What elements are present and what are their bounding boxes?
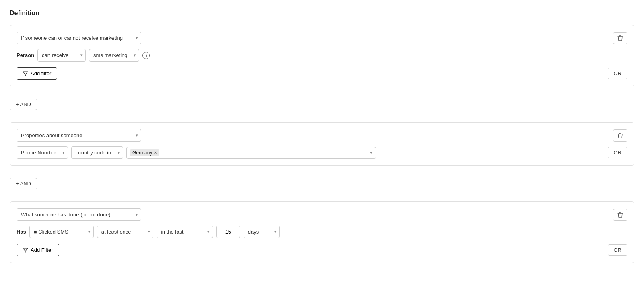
block3-type-wrapper: What someone has done (or not done) — [17, 208, 141, 221]
number-input[interactable] — [216, 226, 240, 238]
info-icon[interactable]: i — [142, 52, 150, 59]
trash-icon-3 — [617, 212, 623, 218]
receive-select[interactable]: can receive — [37, 49, 86, 62]
germany-tag: Germany × — [130, 149, 159, 156]
receive-wrapper: can receive — [37, 49, 86, 62]
property-select[interactable]: Phone Number — [17, 146, 68, 159]
trash-icon-2 — [617, 132, 623, 139]
frequency-wrapper: at least once — [97, 226, 153, 238]
connector-4 — [26, 193, 26, 201]
block3-add-filter-button[interactable]: Add Filter — [17, 244, 59, 256]
block3-or-button[interactable]: OR — [608, 244, 628, 256]
action-select[interactable]: ■ Clicked SMS — [29, 226, 94, 238]
block2-trash-button[interactable] — [613, 129, 627, 142]
property-wrapper: Phone Number — [17, 146, 68, 159]
connector-1 — [26, 86, 26, 95]
tags-input[interactable]: Germany × — [126, 147, 376, 159]
unit-wrapper: days — [244, 226, 280, 238]
tag-remove-germany[interactable]: × — [154, 150, 157, 155]
block1-or-button[interactable]: OR — [608, 68, 628, 79]
unit-select[interactable]: days — [244, 226, 280, 238]
block3-type-select[interactable]: What someone has done (or not done) — [17, 208, 141, 221]
filter-icon-3 — [23, 247, 28, 253]
block1-type-wrapper: If someone can or cannot receive marketi… — [17, 32, 141, 44]
block1-type-select[interactable]: If someone can or cannot receive marketi… — [17, 32, 141, 44]
block1-trash-button[interactable] — [613, 32, 627, 44]
condition-block-3: What someone has done (or not done) Has … — [10, 201, 634, 263]
block1-add-filter-button[interactable]: Add filter — [17, 67, 57, 80]
action-wrapper: ■ Clicked SMS — [29, 226, 94, 238]
frequency-select[interactable]: at least once — [97, 226, 153, 238]
condition-block-1: If someone can or cannot receive marketi… — [10, 25, 634, 86]
condition-select[interactable]: country code in — [71, 146, 123, 159]
block2-type-select[interactable]: Properties about someone — [17, 129, 141, 142]
channel-select[interactable]: sms marketing — [89, 49, 139, 62]
page-title: Definition — [10, 10, 634, 17]
and-button-1[interactable]: + AND — [10, 99, 37, 110]
block2-or-button[interactable]: OR — [608, 147, 628, 158]
trash-icon — [617, 35, 623, 41]
has-label: Has — [17, 229, 26, 235]
condition-wrapper: country code in — [71, 146, 123, 159]
condition-block-2: Properties about someone Phone Number co… — [10, 122, 634, 166]
connector-2 — [26, 114, 26, 122]
filter-icon — [23, 71, 28, 76]
block3-trash-button[interactable] — [613, 209, 627, 221]
block2-type-wrapper: Properties about someone — [17, 129, 141, 142]
connector-3 — [26, 166, 26, 174]
time-wrapper: in the last — [157, 226, 213, 238]
and-button-2[interactable]: + AND — [10, 178, 37, 189]
time-select[interactable]: in the last — [157, 226, 213, 238]
channel-wrapper: sms marketing — [89, 49, 139, 62]
person-label: Person — [17, 52, 34, 58]
